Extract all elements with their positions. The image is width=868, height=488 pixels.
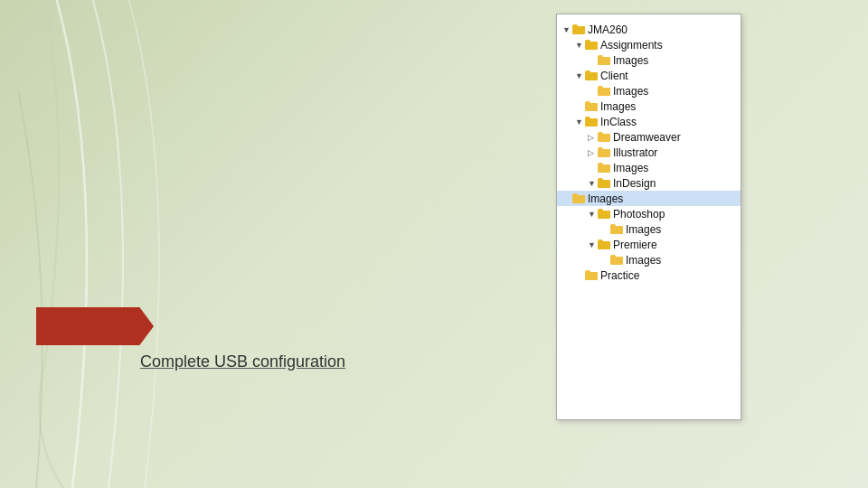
tree-label-premiere: Premiere [613,239,657,251]
red-banner [36,307,154,345]
tree-label-images-7: Images [626,254,661,267]
tree-label-images-5: Images [588,192,623,205]
tree-item-images-6[interactable]: Images [562,221,735,237]
tree-item-illustrator[interactable]: ▷Illustrator [562,145,735,160]
tree-label-jma260: JMA260 [588,23,627,36]
tree-item-indesign[interactable]: ▼InDesign [562,175,735,191]
tree-container: ▼JMA260▼AssignmentsImages▼ClientImagesIm… [562,22,735,283]
tree-label-assignments: Assignments [600,39,663,52]
tree-label-illustrator: Illustrator [613,146,657,159]
tree-label-practice: Practice [600,269,639,282]
tree-arrow-client: ▼ [575,71,584,80]
folder-icon-practice [585,270,598,280]
tree-item-assignments[interactable]: ▼Assignments [562,37,735,52]
decorative-lines [0,0,289,488]
tree-label-indesign: InDesign [613,177,656,190]
folder-icon-images-6 [610,224,623,234]
folder-icon-jma260 [572,24,585,34]
folder-icon-client [585,70,598,80]
tree-item-dreamweaver[interactable]: ▷Dreamweaver [562,129,735,145]
tree-item-images-1[interactable]: Images [562,52,735,68]
folder-icon-premiere [598,239,610,249]
tree-arrow-jma260: ▼ [562,25,571,34]
tree-item-premiere[interactable]: ▼Premiere [562,237,735,252]
tree-label-images-1: Images [613,54,648,67]
tree-item-client[interactable]: ▼Client [562,68,735,83]
tree-label-images-3: Images [600,100,636,113]
tree-item-inclass[interactable]: ▼InClass [562,114,735,129]
folder-icon-images-4 [598,163,610,173]
tree-label-images-4: Images [613,162,648,174]
tree-item-practice[interactable]: Practice [562,267,735,283]
tree-label-client: Client [600,70,628,82]
folder-icon-photoshop [598,209,610,219]
tree-item-images-4[interactable]: Images [562,160,735,175]
folder-icon-images-3 [585,101,598,111]
tree-item-photoshop[interactable]: ▼Photoshop [562,206,735,221]
tree-item-images-3[interactable]: Images [562,99,735,114]
folder-icon-images-5 [572,193,585,203]
tree-arrow-premiere: ▼ [588,240,597,249]
folder-icon-indesign [598,178,610,188]
tree-item-images-5[interactable]: Images [557,191,741,206]
tree-arrow-indesign: ▼ [588,179,597,188]
complete-usb-label: Complete USB configuration [140,352,345,371]
folder-icon-dreamweaver [598,132,610,142]
folder-icon-images-7 [610,255,623,265]
tree-arrow-inclass: ▼ [575,117,584,127]
file-tree-panel: ▼JMA260▼AssignmentsImages▼ClientImagesIm… [556,14,741,420]
tree-item-jma260[interactable]: ▼JMA260 [562,22,735,37]
tree-label-images-2: Images [613,85,648,98]
tree-arrow-illustrator: ▷ [588,148,597,157]
tree-label-images-6: Images [626,223,661,236]
tree-item-images-7[interactable]: Images [562,252,735,267]
tree-arrow-dreamweaver: ▷ [588,133,597,142]
folder-icon-images-1 [598,55,610,65]
tree-label-dreamweaver: Dreamweaver [613,131,681,144]
folder-icon-illustrator [598,147,610,157]
tree-label-photoshop: Photoshop [613,208,665,221]
tree-item-images-2[interactable]: Images [562,83,735,99]
folder-icon-assignments [585,40,598,50]
tree-label-inclass: InClass [600,116,637,128]
tree-arrow-photoshop: ▼ [588,210,597,219]
tree-arrow-assignments: ▼ [575,41,584,50]
folder-icon-images-2 [598,86,610,96]
folder-icon-inclass [585,117,598,127]
fade-overlay [557,401,741,419]
